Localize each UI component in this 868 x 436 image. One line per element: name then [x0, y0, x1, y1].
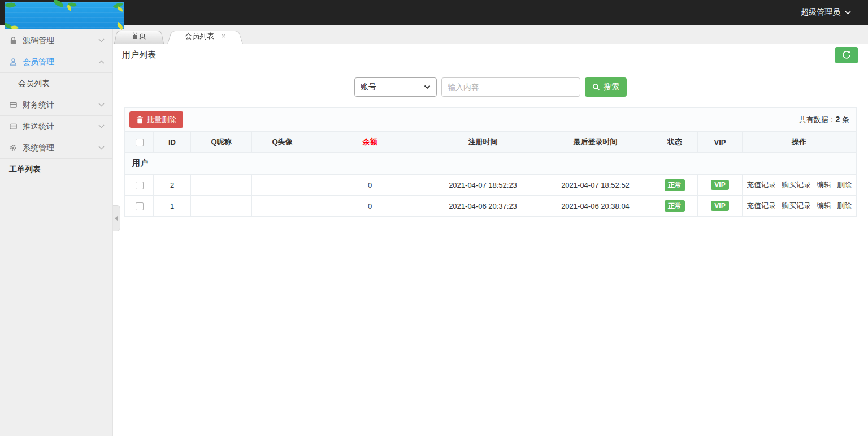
logo-water	[5, 2, 124, 29]
sidebar-item-label: 工单列表	[9, 165, 41, 175]
cell-balance: 0	[313, 175, 427, 196]
search-button-label: 搜索	[604, 82, 619, 92]
sidebar-item-member-list[interactable]: 会员列表	[0, 73, 112, 94]
purchase-records-link[interactable]: 购买记录	[782, 180, 811, 189]
chevron-down-icon	[424, 85, 431, 89]
cell-q-avatar	[252, 196, 313, 217]
tab-label: 会员列表	[185, 32, 214, 40]
vip-badge: VIP	[711, 201, 728, 211]
sidebar-collapse-handle[interactable]	[113, 205, 120, 231]
chevron-down-icon	[98, 103, 105, 107]
cell-register-time: 2021-04-07 18:52:23	[427, 175, 539, 196]
status-badge: 正常	[665, 200, 685, 212]
main-content: 首页 会员列表 × 用户列表 账号	[113, 25, 868, 436]
sidebar-item-finance-stats[interactable]: 财务统计	[0, 94, 112, 116]
column-header-register-time: 注册时间	[427, 132, 539, 153]
refresh-icon	[842, 50, 851, 59]
user-menu[interactable]: 超级管理员	[801, 0, 851, 25]
vip-badge: VIP	[711, 180, 728, 190]
sidebar-item-label: 系统管理	[23, 143, 54, 153]
chevron-up-icon	[98, 60, 105, 64]
topbar: 超级管理员	[0, 0, 868, 25]
gear-icon	[9, 144, 18, 152]
select-all-checkbox[interactable]	[136, 139, 144, 146]
sidebar-item-workorder-list[interactable]: 工单列表	[0, 159, 112, 180]
tab-bar: 首页 会员列表 ×	[113, 25, 868, 44]
refresh-button[interactable]	[835, 47, 858, 63]
cell-q-nickname	[191, 196, 252, 217]
column-header-q-nickname: Q昵称	[191, 132, 252, 153]
batch-delete-button[interactable]: 批量删除	[129, 111, 183, 128]
table-toolbar: 批量删除 共有数据：2 条	[125, 108, 856, 131]
sidebar-item-source-manage[interactable]: 源码管理	[0, 30, 112, 51]
cell-register-time: 2021-04-06 20:37:23	[427, 196, 539, 217]
page-title: 用户列表	[122, 50, 156, 61]
status-badge: 正常	[665, 179, 685, 191]
card-icon	[9, 122, 18, 131]
column-header-q-avatar: Q头像	[252, 132, 313, 153]
column-header-status: 状态	[652, 132, 698, 153]
cell-actions: 充值记录购买记录编辑删除	[743, 196, 856, 217]
chevron-down-icon	[98, 146, 105, 150]
recharge-records-link[interactable]: 充值记录	[747, 201, 776, 210]
cell-last-login: 2021-04-06 20:38:04	[539, 196, 652, 217]
user-menu-label: 超级管理员	[801, 7, 840, 18]
header-checkbox-cell	[125, 132, 154, 153]
batch-delete-label: 批量删除	[147, 115, 176, 125]
total-prefix: 共有数据：	[799, 115, 836, 124]
cell-q-avatar	[252, 175, 313, 196]
table-group-header: 用户	[125, 153, 856, 175]
delete-link[interactable]: 删除	[837, 180, 852, 189]
tab-member-list[interactable]: 会员列表 ×	[171, 29, 239, 44]
delete-link[interactable]: 删除	[837, 201, 852, 210]
selected-option-label: 账号	[361, 82, 376, 92]
table-header-row: ID Q昵称 Q头像 余额 注册时间 最后登录时间 状态 VIP 操作	[125, 132, 856, 153]
column-header-last-login: 最后登录时间	[539, 132, 652, 153]
sidebar-item-system-manage[interactable]: 系统管理	[0, 137, 112, 159]
sidebar-item-push-stats[interactable]: 推送统计	[0, 116, 112, 137]
group-header-label: 用户	[125, 153, 856, 175]
column-header-balance: 余额	[313, 132, 427, 153]
purchase-records-link[interactable]: 购买记录	[782, 201, 811, 210]
search-icon	[592, 83, 600, 91]
cell-id: 2	[154, 175, 191, 196]
column-header-actions: 操作	[743, 132, 856, 153]
sidebar-item-member-manage[interactable]: 会员管理	[0, 51, 112, 73]
sidebar-item-label: 源码管理	[23, 36, 54, 46]
total-count-text: 共有数据：2 条	[799, 115, 852, 125]
chevron-down-icon	[98, 124, 105, 128]
search-bar: 账号 搜索	[113, 66, 868, 107]
search-button[interactable]: 搜索	[585, 77, 627, 97]
cell-last-login: 2021-04-07 18:52:52	[539, 175, 652, 196]
chevron-down-icon	[845, 11, 851, 15]
chevron-down-icon	[98, 38, 105, 42]
table-row: 2 0 2021-04-07 18:52:23 2021-04-07 18:52…	[125, 175, 856, 196]
edit-link[interactable]: 编辑	[817, 201, 831, 210]
search-input[interactable]	[441, 77, 580, 97]
edit-link[interactable]: 编辑	[817, 180, 831, 189]
row-checkbox[interactable]	[136, 182, 144, 189]
title-bar: 用户列表	[113, 44, 868, 66]
total-suffix: 条	[840, 115, 849, 124]
user-icon	[9, 58, 18, 66]
lock-icon	[9, 36, 18, 45]
column-header-id: ID	[154, 132, 191, 153]
search-field-select[interactable]: 账号	[354, 77, 437, 97]
user-table: 用户 ID Q昵称 Q头像 余额 注册时间 最后登录时间 状态 VIP 操作	[125, 131, 856, 217]
close-icon[interactable]: ×	[222, 32, 226, 40]
card-icon	[9, 101, 18, 109]
sidebar-item-label: 财务统计	[23, 100, 54, 110]
chevron-left-icon	[115, 215, 118, 221]
logo	[5, 2, 124, 29]
trash-icon	[136, 116, 144, 124]
table-row: 1 0 2021-04-06 20:37:23 2021-04-06 20:38…	[125, 196, 856, 217]
recharge-records-link[interactable]: 充值记录	[747, 180, 776, 189]
sidebar-item-label: 会员管理	[23, 57, 54, 67]
cell-balance: 0	[313, 196, 427, 217]
sidebar-item-label: 会员列表	[18, 79, 50, 89]
row-checkbox[interactable]	[136, 202, 144, 210]
cell-id: 1	[154, 196, 191, 217]
sidebar: 源码管理 会员管理 会员列表 财务统计 推送统计 系统管理 工单列表	[0, 25, 113, 436]
cell-actions: 充值记录购买记录编辑删除	[743, 175, 856, 196]
tab-home[interactable]: 首页	[118, 29, 160, 44]
